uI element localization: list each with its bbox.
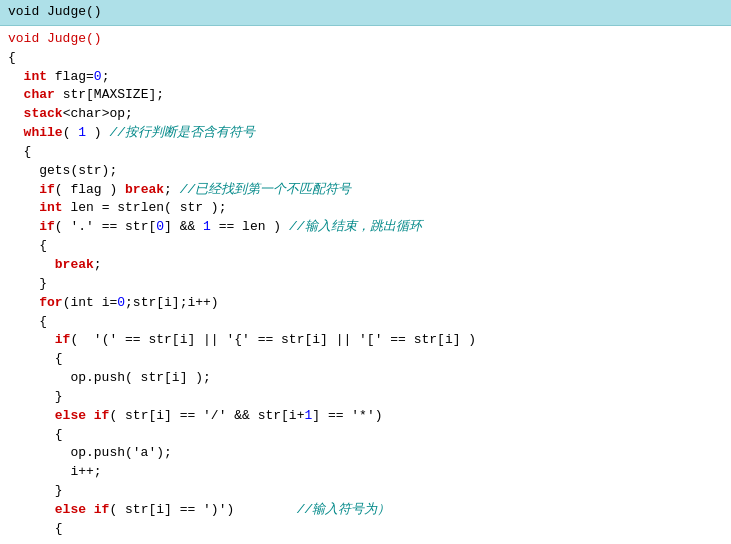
line-content: if( '(' == str[i] || '{' == str[i] || '[… bbox=[8, 331, 476, 350]
code-line: if( !op.empty() && '(' == op.top() ) bbox=[0, 539, 731, 542]
code-line: break; bbox=[0, 256, 731, 275]
code-line: while( 1 ) //按行判断是否含有符号 bbox=[0, 124, 731, 143]
code-line: { bbox=[0, 426, 731, 445]
line-content: { bbox=[8, 237, 47, 256]
code-line: i++; bbox=[0, 463, 731, 482]
code-line: for(int i=0;str[i];i++) bbox=[0, 294, 731, 313]
line-content: if( '.' == str[0] && 1 == len ) //输入结束，跳… bbox=[8, 218, 422, 237]
line-content: char str[MAXSIZE]; bbox=[8, 86, 164, 105]
line-content: { bbox=[8, 350, 63, 369]
line-content: if( flag ) break; //已经找到第一个不匹配符号 bbox=[8, 181, 351, 200]
code-line: int flag=0; bbox=[0, 68, 731, 87]
code-container: void Judge(){ int flag=0; char str[MAXSI… bbox=[0, 26, 731, 542]
code-line: if( '(' == str[i] || '{' == str[i] || '[… bbox=[0, 331, 731, 350]
code-line: { bbox=[0, 313, 731, 332]
code-line: stack<char>op; bbox=[0, 105, 731, 124]
line-content: op.push( str[i] ); bbox=[8, 369, 211, 388]
title-bar: void Judge() bbox=[0, 0, 731, 26]
line-content: else if( str[i] == ')') //输入符号为） bbox=[8, 501, 390, 520]
line-content: { bbox=[8, 143, 31, 162]
code-line: { bbox=[0, 143, 731, 162]
code-line: int len = strlen( str ); bbox=[0, 199, 731, 218]
line-content: gets(str); bbox=[8, 162, 117, 181]
code-line: gets(str); bbox=[0, 162, 731, 181]
code-line: } bbox=[0, 388, 731, 407]
code-line: { bbox=[0, 237, 731, 256]
line-content: int flag=0; bbox=[8, 68, 109, 87]
line-content: if( !op.empty() && '(' == op.top() ) bbox=[8, 539, 351, 542]
code-line: if( flag ) break; //已经找到第一个不匹配符号 bbox=[0, 181, 731, 200]
code-line: else if( str[i] == '/' && str[i+1] == '*… bbox=[0, 407, 731, 426]
line-content: stack<char>op; bbox=[8, 105, 133, 124]
code-line: if( '.' == str[0] && 1 == len ) //输入结束，跳… bbox=[0, 218, 731, 237]
line-content: { bbox=[8, 426, 63, 445]
line-content: } bbox=[8, 388, 63, 407]
line-content: int len = strlen( str ); bbox=[8, 199, 226, 218]
line-content: void Judge() bbox=[8, 30, 102, 49]
line-content: { bbox=[8, 313, 47, 332]
code-line: { bbox=[0, 49, 731, 68]
code-line: char str[MAXSIZE]; bbox=[0, 86, 731, 105]
line-content: while( 1 ) //按行判断是否含有符号 bbox=[8, 124, 255, 143]
code-line: op.push('a'); bbox=[0, 444, 731, 463]
line-content: i++; bbox=[8, 463, 102, 482]
line-content: } bbox=[8, 275, 47, 294]
line-content: { bbox=[8, 520, 63, 539]
line-content: { bbox=[8, 49, 16, 68]
code-line: { bbox=[0, 520, 731, 539]
line-content: for(int i=0;str[i];i++) bbox=[8, 294, 219, 313]
line-content: op.push('a'); bbox=[8, 444, 172, 463]
line-content: else if( str[i] == '/' && str[i+1] == '*… bbox=[8, 407, 383, 426]
code-line: } bbox=[0, 275, 731, 294]
title-text: void Judge() bbox=[8, 4, 102, 19]
code-line: void Judge() bbox=[0, 30, 731, 49]
code-line: } bbox=[0, 482, 731, 501]
line-content: } bbox=[8, 482, 63, 501]
code-line: { bbox=[0, 350, 731, 369]
code-line: op.push( str[i] ); bbox=[0, 369, 731, 388]
code-line: else if( str[i] == ')') //输入符号为） bbox=[0, 501, 731, 520]
line-content: break; bbox=[8, 256, 102, 275]
